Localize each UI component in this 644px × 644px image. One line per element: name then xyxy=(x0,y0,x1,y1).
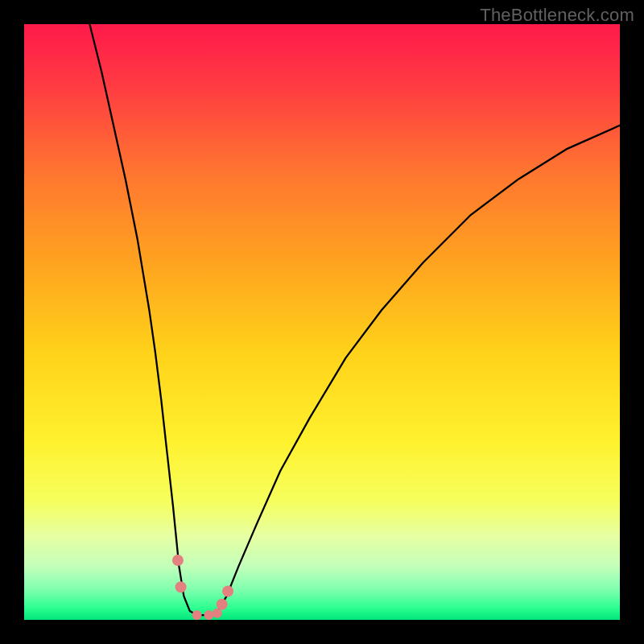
data-marker xyxy=(222,585,233,597)
data-marker xyxy=(213,609,222,618)
gradient-background xyxy=(24,24,620,620)
data-marker xyxy=(192,610,202,620)
chart-svg xyxy=(24,24,620,620)
watermark-text: TheBottleneck.com xyxy=(480,5,634,26)
data-marker xyxy=(172,555,184,566)
bottleneck-chart xyxy=(24,24,620,620)
data-marker xyxy=(217,599,228,610)
chart-frame: TheBottleneck.com xyxy=(0,0,644,644)
data-marker xyxy=(175,581,187,592)
data-marker xyxy=(204,610,213,620)
